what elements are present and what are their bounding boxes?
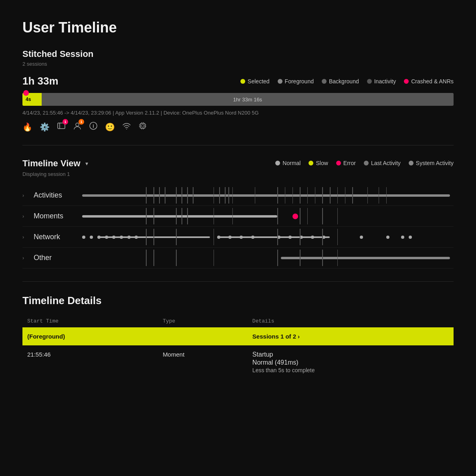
sessions-link[interactable]: Sessions 1 of 2 › [252,333,449,340]
net-dot-isolated2 [386,236,389,239]
network-label: Network [30,233,79,241]
detail-sub: Less than 5s to complete [252,367,449,373]
tick [153,250,154,266]
tick [214,187,214,204]
activities-label: Activities [30,191,79,200]
tick [214,250,214,266]
foreground-type [158,327,248,345]
crashed-dot [404,79,409,84]
tick [153,208,154,224]
timeline-view-section: Timeline View ▾ Displaying session 1 Nor… [22,158,454,268]
tick [214,208,214,224]
legend-error-label: Error [343,160,356,166]
tick [232,187,233,204]
inactivity-dot [367,79,372,84]
error-dot [336,161,341,165]
tick [228,187,229,204]
net-dot-isolated [360,236,363,239]
legend-normal: Normal [275,160,301,166]
tick [146,250,147,266]
start-time-cell: 21:55:46 [22,345,158,379]
net-dot-isolated3 [401,236,404,239]
emoji-icon[interactable]: 🙂 [105,122,115,132]
session-icon-badge: 1 [63,119,68,125]
tick [232,208,233,224]
tick [292,187,293,204]
legend-slow: Slow [309,160,328,166]
foreground-dot [278,79,282,84]
network-expand[interactable]: › [22,234,30,240]
foreground-row[interactable]: (Foreground) Sessions 1 of 2 › [22,327,454,345]
info-icon[interactable]: i [89,121,98,132]
timeline-legend: Normal Slow Error Last Activity System A… [275,160,454,166]
tick [386,187,387,204]
normal-dot [275,161,280,165]
tick [187,187,188,204]
user-icon[interactable]: 1 [73,121,82,132]
activities-expand[interactable]: › [22,193,30,198]
moments-label: Moments [30,212,79,220]
tick [367,187,368,204]
tick [182,187,182,204]
legend-slow-label: Slow [316,160,328,166]
tick [153,229,154,245]
legend-normal-label: Normal [282,160,301,166]
details-table-head: Start Time Type Details [22,315,454,327]
tick [146,187,147,204]
details-table: Start Time Type Details (Foreground) Ses… [22,315,454,379]
moments-track [79,206,454,226]
tick [277,208,278,224]
tick [214,229,214,245]
chip-icon[interactable] [138,121,147,132]
tick [300,187,301,204]
details-header-row: Start Time Type Details [22,315,454,327]
tick [176,250,177,266]
bar-main: 1hr 33m 16s [42,93,454,106]
sessions-chevron: › [298,333,300,340]
tick [330,187,331,204]
last-activity-dot [364,161,369,165]
timeline-view-title: Timeline View [22,158,81,169]
other-bar [281,257,450,259]
tick [219,187,220,204]
legend-foreground-label: Foreground [285,78,314,85]
network-row: › Network [22,227,454,248]
icon-row: 🔥 ⚙️ 1 1 i 🙂 [22,121,454,132]
tick [322,208,323,224]
timeline-view-chevron[interactable]: ▾ [85,160,88,167]
tick [153,187,154,204]
timeline-details-title: Timeline Details [22,294,454,307]
timeline-tracks: › Activities [22,185,454,268]
tick [225,187,226,204]
cpu-icon[interactable]: ⚙️ [40,122,50,132]
legend-last-activity-label: Last Activity [371,160,401,166]
foreground-sessions[interactable]: Sessions 1 of 2 › [248,327,454,345]
network-track [79,227,454,247]
tick [176,208,177,224]
legend-crashed: Crashed & ANRs [404,78,454,85]
divider-1 [22,145,454,145]
tick [193,187,194,204]
col-details: Details [248,315,454,327]
wifi-icon[interactable] [122,121,131,132]
legend-foreground: Foreground [278,78,314,85]
stitched-session-section: Stitched Session 2 sessions 1h 33m Selec… [22,49,454,132]
legend-last-activity: Last Activity [364,160,401,166]
background-dot [322,79,327,84]
legend-system-activity-label: System Activity [416,160,454,166]
other-expand[interactable]: › [22,255,30,261]
session-legend: Selected Foreground Background Inactivit… [240,78,454,85]
user-icon-badge: 1 [79,119,84,125]
tick [300,208,301,224]
moments-expand[interactable]: › [22,214,30,219]
tick [307,208,308,224]
tick [277,250,278,266]
net-dot [90,236,93,239]
col-type: Type [158,315,248,327]
tick [322,187,323,204]
type-cell: Moment [158,345,248,379]
timeline-view-header: Timeline View ▾ [22,158,88,169]
session-icon[interactable]: 1 [57,121,66,132]
session-section-label: Stitched Session [22,49,454,59]
flame-icon[interactable]: 🔥 [22,122,32,132]
